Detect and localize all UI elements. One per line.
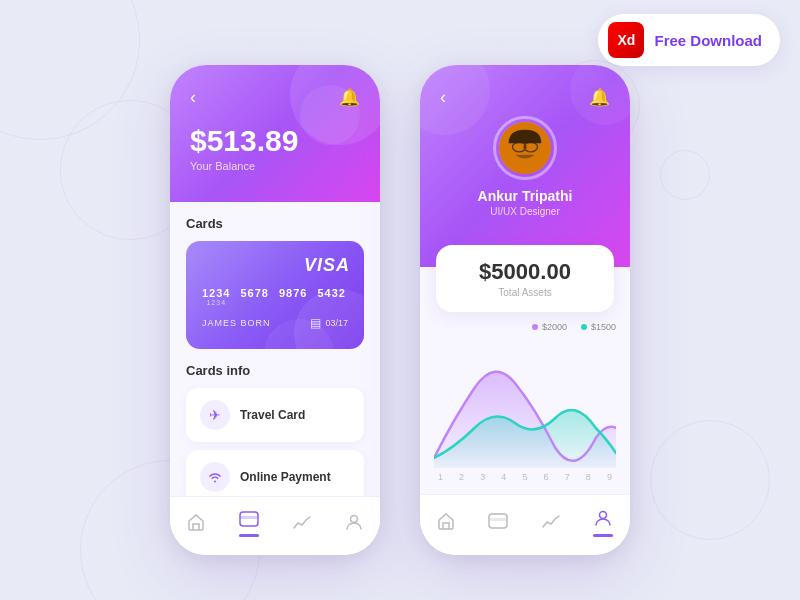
nav-cards[interactable]	[231, 507, 267, 541]
bottom-nav-phone2	[420, 494, 630, 555]
cards-info-list: ✈ Travel Card Online Payment	[186, 388, 364, 496]
back-arrow-icon[interactable]: ‹	[190, 87, 196, 108]
travel-icon: ✈	[200, 400, 230, 430]
phone-1: ‹ 🔔 $513.89 Your Balance Cards VISA 1234…	[170, 65, 380, 555]
phone1-header: ‹ 🔔 $513.89 Your Balance	[170, 65, 380, 202]
x-label-7: 7	[565, 472, 570, 482]
card-num-2: 5678	[240, 287, 268, 299]
ph2-home-icon	[437, 512, 455, 535]
avatar	[499, 122, 551, 174]
card-num-1: 1234	[202, 287, 230, 299]
x-label-2: 2	[459, 472, 464, 482]
ph2-cards-icon	[488, 513, 508, 534]
user-name: Ankur Tripathi	[478, 188, 573, 204]
chart-area: $2000 $1500	[420, 312, 630, 494]
chart-icon	[293, 514, 311, 535]
travel-card-label: Travel Card	[240, 408, 305, 422]
x-label-8: 8	[586, 472, 591, 482]
user-role: UI/UX Designer	[490, 206, 559, 217]
balance-label: Your Balance	[190, 160, 360, 172]
ph2-nav-cards[interactable]	[480, 509, 516, 538]
total-assets-card: $5000.00 Total Assets	[436, 245, 614, 312]
card-info-online[interactable]: Online Payment	[186, 450, 364, 496]
legend-dot-teal	[581, 324, 587, 330]
bottom-nav-phone1	[170, 496, 380, 555]
card-expiry: ▤ 03/17	[310, 316, 348, 330]
svg-rect-8	[489, 518, 507, 521]
svg-point-9	[600, 512, 607, 519]
chart-legend: $2000 $1500	[434, 322, 616, 332]
card-num-3: 9876	[279, 287, 307, 299]
visa-label: VISA	[304, 255, 350, 276]
total-assets-label: Total Assets	[452, 287, 598, 298]
nav-chart[interactable]	[285, 510, 319, 539]
credit-card: VISA 1234 1234 5678 9876 5432	[186, 241, 364, 349]
ph2-chart-icon	[542, 513, 560, 534]
card-holder-name: JAMES BORN	[202, 318, 271, 328]
free-download-button[interactable]: Xd Free Download	[598, 14, 780, 66]
phones-container: ‹ 🔔 $513.89 Your Balance Cards VISA 1234…	[0, 0, 800, 600]
ph2-nav-active-indicator	[593, 534, 613, 537]
x-label-1: 1	[438, 472, 443, 482]
x-label-6: 6	[544, 472, 549, 482]
avatar-container: Ankur Tripathi UI/UX Designer	[440, 116, 610, 217]
card-info-travel[interactable]: ✈ Travel Card	[186, 388, 364, 442]
x-label-4: 4	[501, 472, 506, 482]
legend-teal: $1500	[581, 322, 616, 332]
avatar-ring	[493, 116, 557, 180]
chart-svg	[434, 338, 616, 468]
ph2-nav-home[interactable]	[429, 508, 463, 539]
bell-icon[interactable]: 🔔	[339, 87, 360, 108]
nav-profile[interactable]	[337, 509, 371, 540]
cards-section-title: Cards	[186, 216, 364, 231]
legend-teal-label: $1500	[591, 322, 616, 332]
phone2-header: ‹ 🔔	[420, 65, 630, 267]
legend-purple: $2000	[532, 322, 567, 332]
ph2-nav-profile[interactable]	[585, 505, 621, 541]
svg-rect-1	[240, 516, 258, 519]
xd-icon: Xd	[608, 22, 644, 58]
x-label-3: 3	[480, 472, 485, 482]
wifi-icon	[200, 462, 230, 492]
card-sub-1: 1234	[206, 299, 226, 306]
chart-x-labels: 1 2 3 4 5 6 7 8 9	[434, 472, 616, 482]
phone2-body: $5000.00 Total Assets $2000 $1500	[420, 267, 630, 494]
legend-dot-purple	[532, 324, 538, 330]
free-download-label: Free Download	[654, 32, 762, 49]
svg-point-2	[351, 515, 358, 522]
card-expiry-value: 03/17	[325, 318, 348, 328]
phone1-body: Cards VISA 1234 1234 5678 9876	[170, 202, 380, 496]
ph2-profile-icon	[594, 509, 612, 532]
x-label-5: 5	[522, 472, 527, 482]
x-label-9: 9	[607, 472, 612, 482]
chip-icon: ▤	[310, 316, 321, 330]
cards-icon	[239, 511, 259, 532]
phone-2: ‹ 🔔	[420, 65, 630, 555]
profile-icon	[345, 513, 363, 536]
ph2-nav-chart[interactable]	[534, 509, 568, 538]
total-assets-amount: $5000.00	[452, 259, 598, 285]
nav-active-indicator	[239, 534, 259, 537]
cards-info-title: Cards info	[186, 363, 364, 378]
home-icon	[187, 513, 205, 536]
online-payment-label: Online Payment	[240, 470, 331, 484]
legend-purple-label: $2000	[542, 322, 567, 332]
nav-home[interactable]	[179, 509, 213, 540]
